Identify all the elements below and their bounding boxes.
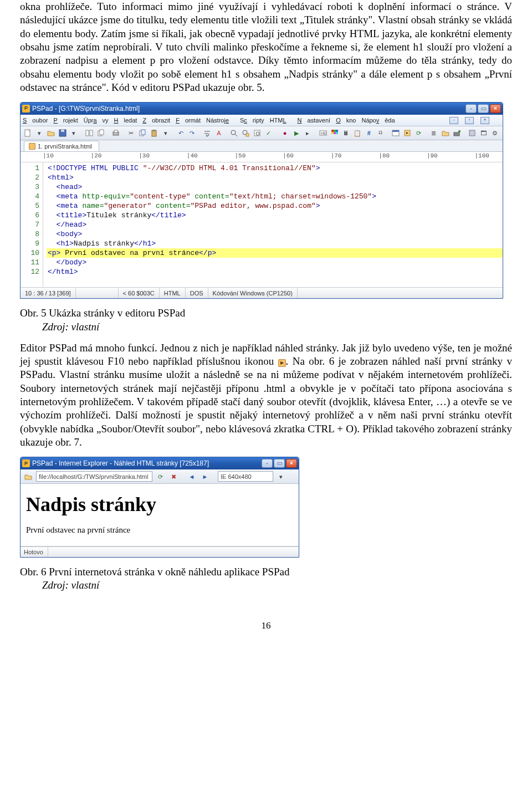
- maximize-button[interactable]: ▭: [478, 104, 489, 113]
- find-in-files-icon[interactable]: [252, 127, 262, 139]
- preview-resolution-select[interactable]: IE 640x480: [218, 471, 273, 482]
- status-cursor: 10 : 36 / 13 [369]: [21, 288, 76, 298]
- svg-rect-12: [153, 130, 155, 131]
- toolbar-1: ▾ ▾ ✂ ▾ ↶ ↷ A ✓ ● ▶ ▸ HEX 🖩 📋 # Ω: [21, 126, 503, 140]
- preview-close-button[interactable]: ×: [286, 459, 297, 468]
- html-preview-icon[interactable]: [402, 127, 412, 139]
- document-tab-icon: [29, 143, 35, 150]
- code-area[interactable]: 123456789101112 <!DOCTYPE HTML PUBLIC "-…: [21, 162, 503, 287]
- preview-forward-icon[interactable]: ►: [200, 471, 211, 482]
- editor-title: PSPad - [G:\TWS\prvniStranka.html]: [32, 105, 464, 113]
- svg-rect-10: [141, 130, 145, 135]
- menu-upravy[interactable]: Úpravy: [84, 116, 109, 124]
- code-content[interactable]: <!DOCTYPE HTML PUBLIC "-//W3C//DTD HTML …: [43, 162, 503, 287]
- redo-icon[interactable]: ↷: [187, 127, 197, 139]
- menu-napoveda[interactable]: Nápověda: [361, 116, 395, 124]
- paste-dropdown-icon[interactable]: ▾: [160, 127, 171, 139]
- multifile-icon[interactable]: [95, 127, 106, 139]
- preview-url-field[interactable]: file://localhost/G:/TWS/prvniStranka.htm…: [36, 471, 152, 482]
- menu-html[interactable]: HTML: [270, 116, 292, 124]
- new-file-dropdown-icon[interactable]: ▾: [34, 127, 45, 139]
- svg-rect-22: [334, 130, 336, 132]
- save-file-icon[interactable]: [57, 127, 68, 139]
- svg-rect-23: [336, 130, 338, 132]
- menu-projekt[interactable]: Projekt: [53, 116, 78, 124]
- para2b: . Na obr. 6 je zobrazen náhled naší prvn…: [20, 355, 512, 448]
- preview-statusbar: Hotovo: [21, 546, 299, 557]
- settings-icon[interactable]: ⚙: [490, 127, 500, 139]
- macro-open-icon[interactable]: ▸: [303, 127, 313, 139]
- menu-soubor[interactable]: Soubor: [23, 116, 48, 124]
- svg-rect-24: [331, 132, 334, 134]
- mdi-restore-button[interactable]: ▫: [465, 117, 474, 124]
- html-preview-inline-icon: [278, 359, 286, 367]
- clipboard-icon[interactable]: 📋: [352, 127, 363, 139]
- text-diff-icon[interactable]: ≣: [429, 127, 439, 139]
- code-explorer-icon[interactable]: 🗔: [478, 127, 489, 139]
- menu-nastroje[interactable]: Nástroje: [206, 116, 234, 124]
- svg-rect-2: [61, 130, 64, 132]
- preview-back-icon[interactable]: ◄: [186, 471, 197, 482]
- new-file-icon[interactable]: [23, 127, 33, 139]
- document-tab[interactable]: 1. prvniStranka.html: [24, 141, 99, 151]
- menu-format[interactable]: Formát: [176, 116, 201, 124]
- close-button[interactable]: ×: [490, 104, 501, 113]
- body-paragraph: okna prohlížeče. Tuto informaci mimo jin…: [20, 0, 512, 94]
- open-file-icon[interactable]: [46, 127, 57, 139]
- preview-minimize-button[interactable]: -: [262, 459, 273, 468]
- document-tabstrip: 1. prvniStranka.html: [21, 140, 503, 152]
- calculator-icon[interactable]: 🖩: [341, 127, 351, 139]
- menu-okno[interactable]: Okno: [336, 116, 356, 124]
- mdi-close-button[interactable]: ×: [480, 117, 489, 124]
- compare-icon[interactable]: [84, 127, 94, 139]
- menu-zobrazit[interactable]: Zobrazit: [142, 116, 170, 124]
- svg-text:HEX: HEX: [321, 131, 327, 135]
- syntax-highlight-icon[interactable]: A: [214, 127, 224, 139]
- svg-rect-21: [331, 130, 334, 132]
- page-number: 16: [20, 620, 512, 632]
- copy-icon[interactable]: [137, 127, 148, 139]
- undo-icon[interactable]: ↶: [176, 127, 186, 139]
- refresh-icon[interactable]: ⟳: [413, 127, 424, 139]
- open-dropdown-icon[interactable]: ▾: [69, 127, 79, 139]
- paste-icon[interactable]: [149, 127, 159, 139]
- spellcheck-icon[interactable]: ✓: [263, 127, 274, 139]
- browser-preview-icon[interactable]: [391, 127, 401, 139]
- menubar: Soubor Projekt Úpravy Hledat Zobrazit Fo…: [21, 115, 503, 126]
- print-icon[interactable]: [111, 127, 121, 139]
- preview-refresh-icon[interactable]: ⟳: [155, 471, 166, 482]
- status-spacer: [298, 288, 503, 298]
- cut-icon[interactable]: ✂: [126, 127, 136, 139]
- status-empty1: [76, 288, 119, 298]
- figure-6-caption: Obr. 6 První internetová stránka v okně …: [20, 565, 512, 579]
- preview-resolution-dropdown-icon[interactable]: ▾: [275, 471, 287, 482]
- svg-rect-6: [100, 130, 104, 135]
- svg-rect-28: [392, 130, 399, 132]
- svg-rect-8: [114, 130, 117, 132]
- ftp-icon[interactable]: [452, 127, 462, 139]
- svg-rect-4: [90, 130, 93, 136]
- find-icon[interactable]: [229, 127, 239, 139]
- pspad-editor-window: P PSPad - [G:\TWS\prvniStranka.html] - ▭…: [20, 102, 503, 299]
- explorer-icon[interactable]: [440, 127, 451, 139]
- tool-panel-icon[interactable]: [467, 127, 477, 139]
- ascii-icon[interactable]: Ω: [375, 127, 386, 139]
- mdi-minimize-button[interactable]: -: [449, 117, 458, 124]
- menu-hledat[interactable]: Hledat: [114, 116, 137, 124]
- preview-stop-icon[interactable]: ✖: [168, 471, 179, 482]
- menu-nastaveni[interactable]: Nastavení: [298, 116, 331, 124]
- macro-record-icon[interactable]: ●: [280, 127, 290, 139]
- replace-icon[interactable]: [241, 127, 251, 139]
- svg-rect-3: [86, 130, 89, 136]
- charmap-icon[interactable]: #: [364, 127, 375, 139]
- preview-title: PSPad - Internet Explorer - Náhled HTML …: [32, 459, 260, 468]
- hex-icon[interactable]: HEX: [318, 127, 329, 139]
- menu-scripty[interactable]: Scripty: [240, 116, 264, 124]
- macro-play-icon[interactable]: ▶: [291, 127, 301, 139]
- color-picker-icon[interactable]: [329, 127, 340, 139]
- figure-5-caption: Obr. 5 Ukázka stránky v editoru PSPad: [20, 307, 512, 320]
- preview-open-icon[interactable]: [23, 471, 34, 482]
- wordwrap-icon[interactable]: [202, 127, 213, 139]
- minimize-button[interactable]: -: [466, 104, 477, 113]
- preview-maximize-button[interactable]: ▭: [274, 459, 285, 468]
